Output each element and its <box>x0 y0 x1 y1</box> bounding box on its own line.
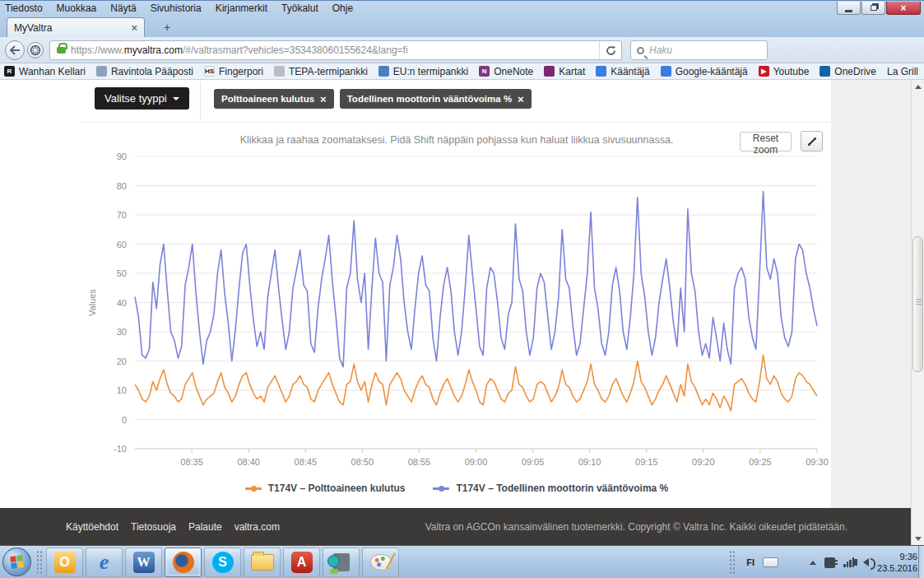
footer-link[interactable]: valtra.com <box>234 521 280 533</box>
bookmark-label: Wanhan Kellari <box>19 66 86 77</box>
bookmark-item[interactable]: Google-kääntäjä <box>661 66 748 77</box>
keyboard-icon[interactable] <box>763 557 778 567</box>
taskbar-clock[interactable]: 9:36 23.5.2016 <box>877 551 917 574</box>
legend-label: T174V – Todellinen moottorin vääntövoima… <box>456 482 668 494</box>
address-bar[interactable]: https://www.myvaltra.com/#/valtrasmart?v… <box>49 40 622 60</box>
paint-icon <box>370 554 392 571</box>
menu-item-kirjanmerkit[interactable]: Kirjanmerkit <box>216 2 267 15</box>
svg-text:0: 0 <box>122 415 127 425</box>
bookmark-item[interactable]: EU:n termipankki <box>378 66 468 77</box>
bookmark-item[interactable]: HSFingerpori <box>204 66 263 77</box>
divider <box>200 82 201 121</box>
bookmark-item[interactable]: Kartat <box>544 66 585 77</box>
chip-close-icon[interactable]: × <box>518 95 524 104</box>
menu-item-tiedosto[interactable]: Tiedosto <box>5 2 43 15</box>
bookmark-item[interactable]: TEPA-termipankki <box>274 66 368 77</box>
taskbar-button-firefox[interactable] <box>165 548 202 577</box>
taskbar-button-paint[interactable] <box>362 548 399 577</box>
footer-copyright: Valtra on AGCOn kansainvälinen tuotemerk… <box>425 521 847 533</box>
footer-links: KäyttöehdotTietosuojaPalautevaltra.com <box>66 521 280 533</box>
menu-item-näytä[interactable]: Näytä <box>110 2 136 15</box>
bookmark-label: Kartat <box>559 66 585 77</box>
bookmark-item[interactable]: NOneNote <box>479 66 533 77</box>
close-button[interactable]: × <box>886 2 921 15</box>
volume-icon[interactable] <box>863 558 869 566</box>
taskbar-grip <box>729 550 735 575</box>
taskbar-button-internet-explorer[interactable]: e <box>86 548 123 577</box>
menu-item-työkalut[interactable]: Työkalut <box>281 2 318 15</box>
clock-time: 9:36 <box>877 551 917 562</box>
bookmark-label: Fingerpori <box>219 66 263 77</box>
svg-text:40: 40 <box>117 298 127 308</box>
favicon: R <box>4 66 15 77</box>
legend-item[interactable]: T174V – Todellinen moottorin vääntövoima… <box>433 482 668 494</box>
menu-item-sivuhistoria[interactable]: Sivuhistoria <box>151 2 202 15</box>
internet-explorer-icon: e <box>94 552 115 573</box>
svg-text:09:20: 09:20 <box>692 457 715 467</box>
chip-close-icon[interactable]: × <box>320 95 327 104</box>
arrow-up-icon <box>915 85 922 89</box>
select-type-button[interactable]: Valitse tyyppi <box>95 87 189 110</box>
legend-item[interactable]: T174V – Polttoaineen kulutus <box>245 482 406 494</box>
svg-text:08:40: 08:40 <box>237 457 260 467</box>
page-content: Valitse tyyppi Polttoaineen kulutus×Tode… <box>0 80 924 545</box>
svg-text:09:25: 09:25 <box>749 457 772 467</box>
bookmark-item[interactable]: Kääntäjä <box>596 66 649 77</box>
line-chart[interactable]: 9080706050403020100-1008:3508:4008:4508:… <box>82 124 831 478</box>
footer-link[interactable]: Käyttöehdot <box>66 521 118 533</box>
bookmark-label: Kääntäjä <box>611 66 649 77</box>
menu-item-muokkaa[interactable]: Muokkaa <box>57 2 97 15</box>
selected-type-chips: Polttoaineen kulutus×Todellinen moottori… <box>214 89 532 109</box>
padlock-icon <box>57 47 66 54</box>
search-input[interactable]: Haku <box>630 40 768 60</box>
taskbar-button-outlook[interactable]: O <box>46 548 83 577</box>
taskbar-button-adobe-reader[interactable]: A <box>283 548 320 577</box>
new-tab-button[interactable]: + <box>156 21 178 35</box>
url-text: https://www.myvaltra.com/#/valtrasmart?v… <box>71 44 599 56</box>
search-placeholder: Haku <box>649 44 672 56</box>
legend-marker-icon <box>245 487 262 490</box>
addon-wheel-icon[interactable] <box>27 42 44 58</box>
page-right-gutter <box>831 80 911 508</box>
show-desktop-button[interactable] <box>918 546 924 578</box>
bookmark-item[interactable]: La Grill <box>887 66 918 77</box>
minimize-button[interactable] <box>837 2 861 15</box>
legend-marker-icon <box>433 487 449 490</box>
taskbar-button-explorer[interactable] <box>244 548 281 577</box>
minimize-icon <box>845 10 852 12</box>
scroll-down-button[interactable] <box>912 532 924 545</box>
bookmark-item[interactable]: Ravintola Pääposti <box>96 66 193 77</box>
bookmark-item[interactable]: OneDrive <box>820 66 876 77</box>
start-button[interactable] <box>2 548 31 576</box>
content-scrollbar[interactable] <box>911 80 924 545</box>
taskbar-button-word[interactable]: W <box>125 548 162 577</box>
bookmark-item[interactable]: RWanhan Kellari <box>4 66 86 77</box>
svg-text:08:50: 08:50 <box>351 457 374 467</box>
svg-text:08:55: 08:55 <box>408 457 431 467</box>
legend-label: T174V – Polttoaineen kulutus <box>268 482 406 494</box>
scroll-up-button[interactable] <box>912 80 924 93</box>
power-icon[interactable] <box>824 557 835 568</box>
close-icon: × <box>900 3 906 13</box>
menu-item-ohje[interactable]: Ohje <box>332 2 353 15</box>
back-button[interactable] <box>5 40 25 60</box>
taskbar-button-skype[interactable]: S <box>204 548 241 577</box>
footer-link[interactable]: Tietosuoja <box>131 521 176 533</box>
restore-button[interactable] <box>861 2 885 15</box>
reload-button[interactable] <box>599 41 621 59</box>
scrollbar-thumb[interactable] <box>912 236 923 372</box>
svg-text:09:30: 09:30 <box>806 457 829 467</box>
explorer-icon <box>251 554 274 571</box>
language-indicator[interactable]: FI <box>746 557 755 567</box>
taskbar-button-hardware-devices[interactable] <box>323 548 360 577</box>
footer-link[interactable]: Palaute <box>188 521 222 533</box>
bookmark-label: Google-kääntäjä <box>676 66 748 77</box>
bookmark-item[interactable]: ▶Youtube <box>759 66 810 77</box>
tab-close-icon[interactable]: × <box>131 23 137 33</box>
page-footer: KäyttöehdotTietosuojaPalautevaltra.com V… <box>0 508 911 545</box>
type-chip: Polttoaineen kulutus× <box>214 89 334 109</box>
tab-myvaltra[interactable]: MyValtra × <box>7 17 145 38</box>
taskbar-grip <box>36 550 42 575</box>
hidden-icons-button[interactable] <box>810 561 816 565</box>
bookmark-label: Ravintola Pääposti <box>111 66 193 77</box>
